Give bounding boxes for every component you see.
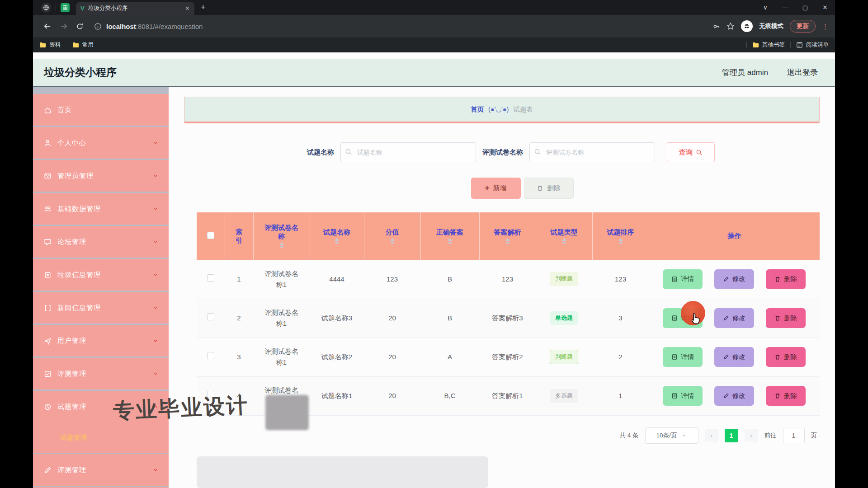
pencil-icon — [723, 315, 729, 321]
delete-row-button[interactable]: 删除 — [766, 308, 806, 328]
chevron-down-icon — [152, 272, 159, 278]
url-bar[interactable]: localhost:8081/#/examquestion — [106, 23, 203, 30]
search-icon — [345, 148, 352, 155]
watermark: 专业毕业设计 — [113, 391, 249, 425]
sidebar-item-admin-management[interactable]: 管理员管理 — [33, 160, 169, 192]
sidebar-item-garbage-info-management[interactable]: 垃圾信息管理 — [33, 259, 169, 291]
home-icon — [44, 106, 52, 114]
brackets-icon — [44, 304, 52, 312]
delete-row-button[interactable]: 删除 — [766, 269, 806, 289]
chevron-down-icon — [152, 467, 159, 473]
sort-carets[interactable] — [335, 238, 339, 244]
sort-carets[interactable] — [618, 238, 623, 244]
close-button[interactable]: ✕ — [815, 4, 835, 11]
trash-icon — [537, 185, 543, 192]
tab-search-icon[interactable]: ∨ — [755, 4, 775, 11]
sidebar-item-forum-management[interactable]: 论坛管理 — [33, 226, 169, 258]
reading-list[interactable]: 阅读清单 — [796, 41, 829, 49]
questions-table: 索引 评测试卷名称 试题名称 分值 正确答案 答案解析 试题类型 试题排序 操作 — [197, 212, 820, 416]
other-bookmarks[interactable]: 其他书签 — [752, 41, 785, 49]
logout-link[interactable]: 退出登录 — [787, 67, 818, 78]
bookmarks-bar: 资料 常用 其他书签 阅读清单 — [33, 38, 835, 52]
goto-page-input[interactable] — [783, 428, 805, 443]
back-icon[interactable] — [43, 22, 52, 30]
edit-button[interactable]: 修改 — [714, 269, 754, 289]
sidebar-item-user-management[interactable]: 用户管理 — [33, 325, 169, 357]
current-user: 管理员 admin — [722, 67, 768, 78]
censor-blur-box — [265, 395, 309, 430]
menu-dots-icon[interactable]: ⋮ — [822, 25, 829, 28]
edit-button[interactable]: 修改 — [714, 308, 754, 328]
sidebar-item-home[interactable]: 首页 — [33, 94, 169, 126]
next-page-button[interactable]: › — [745, 429, 758, 442]
breadcrumb-home[interactable]: 首页 — [471, 105, 484, 114]
bookmark-star-icon[interactable] — [726, 22, 735, 30]
delete-row-button[interactable]: 删除 — [766, 347, 806, 367]
sort-carets[interactable] — [390, 238, 395, 244]
sort-carets[interactable] — [505, 238, 510, 244]
chevron-down-icon — [152, 305, 159, 311]
row-checkbox[interactable] — [207, 352, 214, 359]
delete-row-button[interactable]: 删除 — [766, 386, 806, 406]
globe-icon[interactable] — [41, 3, 51, 13]
divider — [790, 42, 791, 48]
query-button[interactable]: 查询 — [667, 142, 715, 162]
user-icon — [44, 139, 52, 147]
breadcrumb-current: 试题表 — [513, 105, 533, 114]
send-icon — [44, 337, 52, 345]
key-icon[interactable] — [712, 23, 720, 30]
sidebar-item-news-management[interactable]: 新闻信息管理 — [33, 292, 169, 324]
maximize-button[interactable]: ▢ — [795, 4, 815, 11]
sidebar-subitem-question-management-active[interactable]: 试题管理 — [33, 422, 169, 453]
sidebar-item-personal-center[interactable]: 个人中心 — [33, 127, 169, 159]
sidebar-item-base-data-management[interactable]: 基础数据管理 — [33, 193, 169, 225]
breadcrumb: 首页 (●'◡'●) 试题表 — [184, 97, 820, 123]
row-checkbox[interactable] — [207, 313, 214, 320]
table-row: 2 评测试卷名称1 试题名称3 20 B 答案解析3 单选题 3 详情 修改 删… — [197, 299, 820, 338]
pen-icon — [44, 466, 52, 474]
tab-close-icon[interactable]: ✕ — [185, 5, 190, 12]
clock-icon — [44, 403, 52, 411]
reload-icon[interactable] — [76, 23, 84, 30]
table-header-row: 索引 评测试卷名称 试题名称 分值 正确答案 答案解析 试题类型 试题排序 操作 — [197, 212, 820, 260]
add-button[interactable]: + 新增 — [471, 178, 521, 199]
forward-icon[interactable] — [60, 22, 68, 30]
current-page[interactable]: 1 — [725, 429, 738, 442]
minimize-button[interactable]: — — [775, 4, 795, 11]
select-all-checkbox[interactable] — [207, 232, 214, 239]
sheet-app-icon[interactable] — [61, 3, 70, 12]
sort-carets[interactable] — [448, 238, 452, 244]
detail-button[interactable]: 详情 — [663, 386, 703, 406]
paper-name-label: 评测试卷名称 — [482, 148, 523, 157]
question-name-label: 试题名称 — [307, 148, 334, 157]
sort-carets[interactable] — [279, 242, 284, 249]
table-toolbar: + 新增 删除 — [184, 178, 820, 199]
browser-tab[interactable]: V 垃圾分类小程序 ✕ — [76, 2, 194, 15]
page-size-select[interactable]: 10条/页 — [645, 427, 698, 444]
question-name-input[interactable] — [340, 142, 476, 162]
chevron-down-icon — [152, 338, 159, 344]
prev-page-button[interactable]: ‹ — [705, 429, 718, 442]
goto-label: 前往 — [764, 432, 777, 440]
document-icon — [671, 393, 678, 399]
chevron-down-icon — [152, 173, 159, 179]
trash-icon — [774, 276, 781, 282]
detail-button[interactable]: 详情 — [663, 269, 703, 289]
delete-button[interactable]: 删除 — [524, 178, 574, 199]
breadcrumb-separator: (●'◡'●) — [488, 106, 509, 113]
new-tab-button[interactable]: + — [201, 3, 206, 12]
page-top-strip — [33, 52, 835, 59]
row-checkbox[interactable] — [207, 274, 214, 282]
bookmark-folder[interactable]: 资料 — [39, 41, 61, 49]
detail-button[interactable]: 详情 — [663, 347, 703, 367]
update-button[interactable]: 更新 — [790, 20, 816, 33]
bookmark-folder[interactable]: 常用 — [72, 41, 94, 49]
sort-carets[interactable] — [562, 238, 566, 244]
sidebar-item-evaluation-management[interactable]: 评测管理 — [33, 358, 169, 389]
sidebar-item-evaluation-management-2[interactable]: 评测管理 — [33, 454, 169, 486]
paper-name-input[interactable] — [529, 142, 655, 162]
page-title: 垃圾分类小程序 — [44, 66, 117, 80]
edit-button[interactable]: 修改 — [714, 386, 754, 406]
site-info-icon[interactable] — [94, 23, 102, 30]
edit-button[interactable]: 修改 — [714, 347, 754, 367]
